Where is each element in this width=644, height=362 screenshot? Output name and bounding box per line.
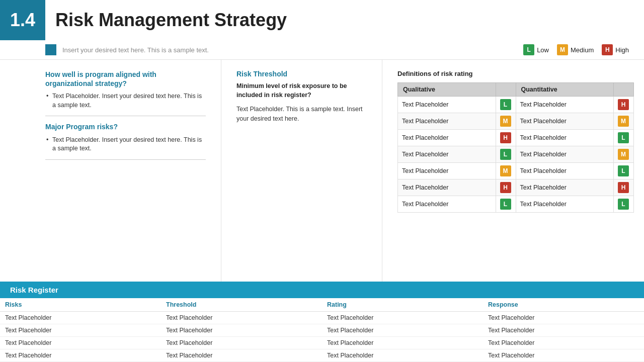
quant-level-badge: L — [614, 196, 634, 213]
qual-level-badge: M — [496, 163, 516, 179]
medium-badge: M — [557, 44, 568, 55]
divider-1 — [45, 116, 206, 116]
qual-text: Text Placeholder — [398, 130, 496, 146]
middle-column: Risk Threshold Minimum level of risk exp… — [221, 60, 382, 283]
qual-level-badge: L — [496, 97, 516, 113]
q1-bullet: Text Placeholder. Insert your desired te… — [52, 92, 206, 110]
legend-item-low: L Low — [523, 44, 549, 55]
col-qual-level — [496, 83, 516, 97]
title-area: Risk Management Strategy — [45, 0, 287, 40]
register-cell: Text Placeholder — [483, 349, 644, 362]
quant-text: Text Placeholder — [516, 113, 614, 130]
quant-text: Text Placeholder — [516, 163, 614, 179]
medium-label: Medium — [571, 46, 594, 54]
table-row: Text PlaceholderMText PlaceholderL — [398, 163, 634, 179]
register-cell: Text Placeholder — [483, 312, 644, 324]
qual-text: Text Placeholder — [398, 196, 496, 213]
risk-threshold-body: Text Placeholder. This is a sample text.… — [236, 105, 372, 124]
quant-text: Text Placeholder — [516, 130, 614, 146]
low-label: Low — [537, 46, 549, 54]
legend: L Low M Medium H High — [523, 44, 629, 55]
register-cell: Text Placeholder — [161, 349, 322, 362]
register-cell: Text Placeholder — [161, 337, 322, 349]
section-number: 1.4 — [0, 0, 45, 40]
qual-level-badge: L — [496, 196, 516, 213]
register-cell: Text Placeholder — [161, 324, 322, 337]
q2-bullet: Text Placeholder. Insert your desired te… — [52, 136, 206, 153]
table-row: Text PlaceholderLText PlaceholderL — [398, 196, 634, 213]
register-cell: Text Placeholder — [0, 337, 161, 349]
table-row: Text PlaceholderHText PlaceholderL — [398, 130, 634, 146]
list-item: Text PlaceholderText PlaceholderText Pla… — [0, 349, 644, 362]
register-cell: Text Placeholder — [0, 324, 161, 337]
page-header: 1.4 Risk Management Strategy — [0, 0, 644, 40]
quant-text: Text Placeholder — [516, 179, 614, 196]
register-col-header: Risks — [0, 298, 161, 312]
register-cell: Text Placeholder — [483, 324, 644, 337]
qual-text: Text Placeholder — [398, 113, 496, 130]
qual-text: Text Placeholder — [398, 146, 496, 163]
qual-level-badge: L — [496, 146, 516, 163]
legend-item-medium: M Medium — [557, 44, 594, 55]
qual-text: Text Placeholder — [398, 179, 496, 196]
col-quant-level — [614, 83, 634, 97]
risk-threshold-subtitle: Minimum level of risk exposure to be inc… — [236, 82, 372, 100]
register-cell: Text Placeholder — [0, 349, 161, 362]
register-cell: Text Placeholder — [322, 324, 483, 337]
quant-level-badge: M — [614, 146, 634, 163]
register-cell: Text Placeholder — [322, 312, 483, 324]
qual-level-badge: H — [496, 179, 516, 196]
risk-threshold-title: Risk Threshold — [236, 70, 372, 78]
qual-level-badge: M — [496, 113, 516, 130]
register-cell: Text Placeholder — [322, 337, 483, 349]
main-content: How well is program aligned with organiz… — [0, 60, 644, 283]
legend-item-high: H High — [602, 44, 629, 55]
quant-text: Text Placeholder — [516, 196, 614, 213]
register-cell: Text Placeholder — [0, 312, 161, 324]
quant-level-badge: L — [614, 130, 634, 146]
list-item: Text PlaceholderText PlaceholderText Pla… — [0, 337, 644, 349]
risk-register-header: Risk Register — [0, 282, 644, 298]
risk-rating-table: Qualitative Quantitative Text Placeholde… — [397, 82, 634, 213]
register-cell: Text Placeholder — [483, 337, 644, 349]
left-column: How well is program aligned with organiz… — [0, 60, 221, 283]
q2-heading: Major Program risks? — [45, 122, 206, 131]
subtitle-bar: Insert your desired text here. This is a… — [0, 40, 644, 60]
register-col-header: Response — [483, 298, 644, 312]
list-item: Text PlaceholderText PlaceholderText Pla… — [0, 324, 644, 337]
page-title: Risk Management Strategy — [55, 10, 287, 31]
quant-text: Text Placeholder — [516, 146, 614, 163]
qual-text: Text Placeholder — [398, 163, 496, 179]
low-badge: L — [523, 44, 534, 55]
list-item: Text PlaceholderText PlaceholderText Pla… — [0, 312, 644, 324]
quant-level-badge: H — [614, 179, 634, 196]
high-badge: H — [602, 44, 613, 55]
risk-register-table: RisksThresholdRatingResponse Text Placeh… — [0, 298, 644, 362]
col-qualitative: Qualitative — [398, 83, 496, 97]
table-row: Text PlaceholderHText PlaceholderH — [398, 179, 634, 196]
definitions-title: Definitions of risk rating — [397, 70, 634, 77]
quant-level-badge: L — [614, 163, 634, 179]
quant-level-badge: M — [614, 113, 634, 130]
quant-text: Text Placeholder — [516, 97, 614, 113]
quant-level-badge: H — [614, 97, 634, 113]
high-label: High — [615, 46, 629, 54]
col-quantitative: Quantitative — [516, 83, 614, 97]
register-col-header: Threshold — [161, 298, 322, 312]
register-cell: Text Placeholder — [161, 312, 322, 324]
register-cell: Text Placeholder — [322, 349, 483, 362]
register-col-header: Rating — [322, 298, 483, 312]
qual-text: Text Placeholder — [398, 97, 496, 113]
table-row: Text PlaceholderMText PlaceholderM — [398, 113, 634, 130]
subtitle-square-icon — [45, 44, 56, 55]
divider-2 — [45, 159, 206, 160]
right-column: Definitions of risk rating Qualitative Q… — [382, 60, 644, 283]
q1-heading: How well is program aligned with organiz… — [45, 70, 206, 88]
risk-register-section: Risk Register RisksThresholdRatingRespon… — [0, 282, 644, 362]
table-row: Text PlaceholderLText PlaceholderM — [398, 146, 634, 163]
subtitle-text: Insert your desired text here. This is a… — [62, 46, 523, 54]
table-row: Text PlaceholderLText PlaceholderH — [398, 97, 634, 113]
qual-level-badge: H — [496, 130, 516, 146]
